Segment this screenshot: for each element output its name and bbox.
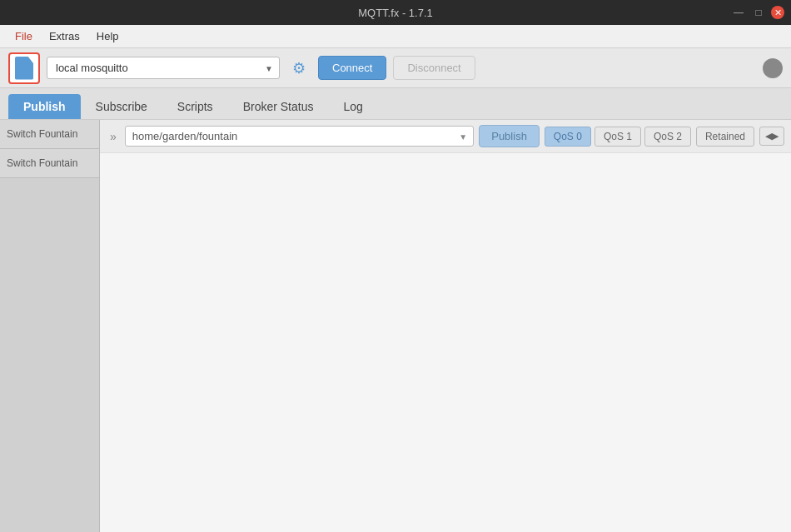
tab-log[interactable]: Log: [328, 94, 377, 119]
list-item[interactable]: Switch Fountain: [0, 120, 99, 149]
menu-extras[interactable]: Extras: [41, 27, 88, 45]
connection-bar: local mosquitto ▼ ⚙ Connect Disconnect: [0, 48, 791, 88]
topic-bar: » ▼ Publish QoS 0 QoS 1 QoS 2 Retained ◀…: [100, 120, 791, 153]
window-title: MQTT.fx - 1.7.1: [358, 7, 433, 19]
qos1-button[interactable]: QoS 1: [594, 127, 641, 147]
menu-file[interactable]: File: [7, 27, 41, 45]
topic-input-wrap: ▼: [125, 126, 474, 147]
menu-bar: File Extras Help: [0, 25, 791, 48]
tab-bar: Publish Subscribe Scripts Broker Status …: [0, 88, 791, 120]
tab-publish[interactable]: Publish: [8, 94, 81, 119]
publish-button[interactable]: Publish: [479, 125, 540, 147]
tab-subscribe[interactable]: Subscribe: [81, 94, 162, 119]
main-content: Switch Fountain Switch Fountain » ▼ Publ…: [0, 120, 791, 532]
publish-area: » ▼ Publish QoS 0 QoS 1 QoS 2 Retained ◀…: [100, 120, 791, 532]
broker-selector-wrap: local mosquitto ▼: [47, 57, 280, 79]
qos0-button[interactable]: QoS 0: [545, 127, 591, 147]
message-area[interactable]: [100, 153, 791, 532]
tab-broker-status[interactable]: Broker Status: [228, 94, 329, 119]
window-controls: — □ ✕: [731, 5, 784, 20]
more-options-button[interactable]: ◀▶: [759, 127, 784, 146]
minimize-button[interactable]: —: [731, 5, 746, 20]
new-connection-button[interactable]: [8, 52, 40, 84]
maximize-button[interactable]: □: [751, 5, 766, 20]
tab-scripts[interactable]: Scripts: [162, 94, 228, 119]
sidebar: Switch Fountain Switch Fountain: [0, 120, 100, 532]
qos2-button[interactable]: QoS 2: [644, 127, 691, 147]
topic-input[interactable]: [125, 126, 474, 147]
close-button[interactable]: ✕: [771, 6, 784, 19]
document-icon: [15, 57, 33, 80]
retained-button[interactable]: Retained: [696, 127, 754, 147]
menu-help[interactable]: Help: [88, 27, 127, 45]
expand-button[interactable]: »: [107, 128, 120, 145]
connection-status-indicator: [763, 58, 783, 78]
settings-button[interactable]: ⚙: [286, 56, 311, 81]
qos-group: QoS 0 QoS 1 QoS 2: [545, 127, 691, 147]
connect-button[interactable]: Connect: [318, 56, 386, 80]
list-item[interactable]: Switch Fountain: [0, 149, 99, 178]
title-bar: MQTT.fx - 1.7.1 — □ ✕: [0, 0, 791, 25]
broker-select[interactable]: local mosquitto: [47, 57, 280, 79]
disconnect-button[interactable]: Disconnect: [393, 56, 475, 80]
